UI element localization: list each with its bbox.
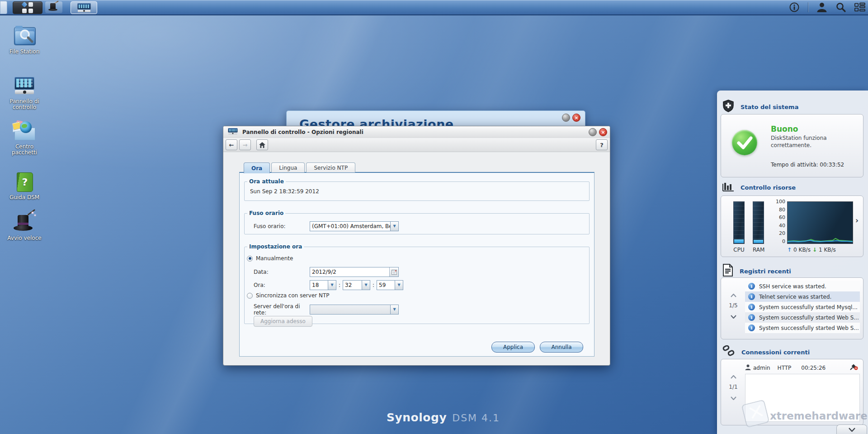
version-text: DSM 4.1 — [452, 412, 500, 424]
disconnect-icon[interactable] — [850, 364, 858, 372]
dialog-window-icon — [226, 127, 240, 138]
logs-page-indicator: 1/5 — [726, 302, 740, 309]
time-setting-legend: Impostazione ora — [247, 243, 304, 250]
desktop-icon-package-center[interactable]: Centro pacchetti — [4, 120, 45, 156]
manual-radio-row[interactable]: Manualmente — [245, 255, 589, 262]
connections-pagination: 1/1 — [726, 372, 740, 402]
collapse-panel-tab[interactable] — [836, 424, 867, 434]
log-row[interactable]: iSystem successfully started Web S... — [745, 323, 860, 333]
page-down-icon[interactable] — [731, 396, 736, 400]
manual-radio[interactable] — [247, 256, 253, 262]
desktop-icon-control-panel[interactable]: Pannello di controllo — [4, 75, 45, 110]
info-icon: i — [748, 304, 755, 310]
ntp-radio[interactable] — [247, 293, 253, 299]
update-now-button[interactable]: Aggiorna adesso — [254, 316, 312, 327]
user-icon — [745, 364, 751, 372]
minimize-icon[interactable] — [589, 128, 597, 136]
info-icon[interactable] — [789, 2, 800, 13]
desktop-icon-file-station[interactable]: File Station — [4, 25, 45, 55]
home-icon[interactable] — [256, 139, 268, 150]
chevron-down-icon: ▼ — [395, 281, 403, 290]
upload-value: 0 KB/s — [793, 247, 811, 253]
log-row[interactable]: iSystem successfully started Web S... — [745, 312, 860, 323]
network-throughput: ↑ 0 KB/s ↓ 1 KB/s — [787, 247, 836, 253]
close-icon[interactable]: × — [572, 114, 580, 122]
desktop-icon-quick-start[interactable]: Avvio veloce — [4, 212, 45, 241]
desktop-icon-dsm-help[interactable]: ? Guida DSM — [4, 171, 45, 200]
synology-watermark: Synology DSM 4.1 — [387, 411, 500, 424]
file-station-icon — [12, 25, 37, 47]
dialog-titlebar[interactable]: Pannello di controllo - Opzioni regional… — [223, 126, 610, 138]
regional-options-dialog: Pannello di controllo - Opzioni regional… — [223, 126, 610, 366]
resource-monitor-title: Controllo risorse — [741, 184, 796, 191]
main-menu-icon — [22, 2, 33, 13]
current-time-legend: Ora attuale — [247, 178, 286, 185]
page-up-icon[interactable] — [731, 375, 736, 379]
close-icon[interactable]: × — [599, 128, 607, 136]
date-input[interactable]: 2012/9/2 — [310, 267, 399, 277]
ram-label: RAM — [753, 247, 764, 253]
logs-pagination: 1/5 — [726, 291, 740, 320]
chevron-down-icon: ▼ — [328, 281, 336, 290]
log-row[interactable]: iTelnet service was started. — [745, 291, 860, 302]
info-icon: i — [748, 314, 755, 321]
colon: : — [336, 282, 343, 288]
uptime-text: Tempo di attività: 00:33:52 — [771, 162, 844, 168]
cpu-meter — [733, 201, 745, 244]
upload-arrow-icon: ↑ — [787, 247, 792, 253]
colon: : — [370, 282, 377, 288]
document-icon — [722, 264, 733, 278]
page-down-icon[interactable] — [731, 315, 736, 319]
control-panel-icon — [77, 3, 91, 12]
bar-chart-icon — [722, 181, 734, 194]
cancel-button[interactable]: Annulla — [540, 342, 583, 353]
page-up-icon[interactable] — [731, 294, 736, 297]
chevron-down-icon — [849, 428, 855, 432]
cpu-label: CPU — [733, 247, 745, 253]
log-row[interactable]: iSystem successfully started Mysql... — [745, 302, 860, 312]
apply-button[interactable]: Applica — [491, 342, 535, 353]
connections-list[interactable] — [745, 374, 860, 422]
back-icon[interactable]: ← — [226, 139, 237, 150]
pilot-view-icon[interactable] — [854, 2, 865, 13]
graph-axis: 10080 6040 200 — [769, 199, 785, 244]
connections-title: Connessioni correnti — [741, 349, 810, 356]
info-icon: i — [748, 283, 755, 290]
timezone-select[interactable]: (GMT+01:00) Amsterdam, Berlin, Rome, Sto… — [310, 221, 399, 231]
manual-radio-label: Manualmente — [256, 255, 293, 262]
current-time-value: Sun Sep 2 18:32:59 2012 — [245, 185, 589, 195]
help-button[interactable]: ? — [596, 139, 608, 150]
minimize-icon[interactable] — [562, 114, 570, 122]
tab-servizio-ntp[interactable]: Servizio NTP — [306, 162, 355, 172]
log-row[interactable]: iSSH service was started. — [745, 281, 860, 291]
tab-lingua[interactable]: Lingua — [271, 162, 305, 172]
info-icon: i — [748, 324, 755, 331]
desktop-icon-label: Guida DSM — [4, 195, 45, 200]
dialog-title: Pannello di controllo - Opzioni regional… — [242, 129, 589, 135]
forward-icon[interactable]: → — [239, 139, 251, 150]
dialog-toolbar: ← → ? — [223, 138, 610, 152]
user-icon[interactable] — [816, 2, 827, 13]
timezone-label: Fuso orario: — [245, 223, 310, 229]
main-menu-button[interactable] — [13, 1, 42, 14]
ntp-radio-row[interactable]: Sincronizza con server NTP — [245, 292, 589, 299]
connection-row[interactable]: admin HTTP 00:25:26 — [745, 363, 860, 373]
chevron-down-icon: ▼ — [390, 222, 398, 231]
hour-select[interactable]: 18▼ — [310, 280, 336, 290]
ntp-server-select[interactable]: ▼ — [310, 305, 399, 315]
desktop-icon-label: File Station — [4, 49, 45, 55]
search-icon[interactable] — [835, 2, 846, 13]
status-value: Buono — [771, 124, 798, 134]
taskbar-control-panel[interactable] — [71, 1, 97, 14]
taskbar-quick-start[interactable] — [45, 1, 62, 13]
package-center-icon — [12, 120, 37, 142]
expand-chevron-icon[interactable]: › — [855, 216, 859, 225]
show-desktop-button[interactable] — [0, 1, 7, 14]
minute-select[interactable]: 32▼ — [343, 280, 370, 290]
resource-monitor-card[interactable]: CPU RAM 10080 6040 200 ↑ 0 KB/s ↓ 1 KB/s… — [721, 196, 863, 257]
dialog-tabs: Ora Lingua Servizio NTP — [244, 162, 355, 173]
calendar-icon[interactable] — [389, 267, 398, 277]
tab-ora[interactable]: Ora — [244, 162, 270, 173]
brand-text: Synology — [387, 411, 447, 424]
second-select[interactable]: 59▼ — [377, 280, 403, 290]
